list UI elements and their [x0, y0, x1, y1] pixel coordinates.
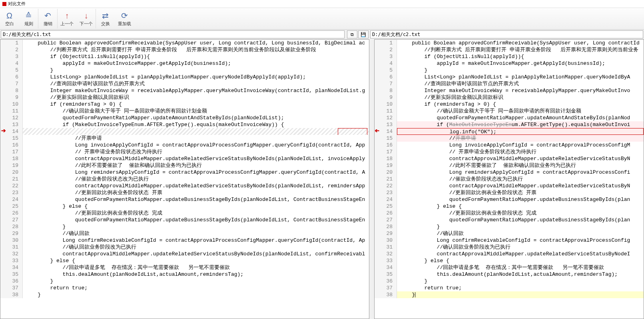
code-row[interactable]: 6 List<Long> planNodeIdList = planApplyR… — [0, 74, 369, 80]
code-row[interactable]: 11 //确认回款金额大于等于 同一条回款申请的所有回款计划金额 — [0, 108, 369, 114]
line-number: 18 — [375, 155, 397, 162]
code-row[interactable]: 4 applyId = makeOutInvoiceMapper.getAppl… — [0, 60, 369, 67]
code-row[interactable]: 35 this.dealAmount(planNodeIdList,actual… — [375, 271, 644, 278]
code-row[interactable]: 26 //更新回款比例表业务阶段状态 完成 — [375, 210, 644, 217]
code-row[interactable]: 1 public Boolean approvedConfirmReceivab… — [375, 40, 644, 46]
code-row[interactable]: 36 } — [375, 278, 644, 285]
code-row[interactable]: 31 //确认回款业务阶段改为已执行 — [375, 244, 644, 251]
code-row[interactable]: 18 contractApprovalMiddleMapper.updateRe… — [375, 155, 644, 162]
code-row[interactable]: 38 } — [375, 291, 644, 298]
code-row[interactable]: 30 Long confirmReceivableConfigId = cont… — [0, 237, 369, 244]
right-path-input[interactable] — [370, 30, 643, 38]
code-row[interactable]: 15 //开票申请 — [0, 135, 369, 142]
code-row[interactable]: 19 //此时不需要催款了 催款和确认回款业务均为已执行 — [0, 162, 369, 169]
code-row[interactable]: 15 //开票申请 — [375, 135, 644, 142]
copy-left-button[interactable]: ⧉ — [347, 30, 357, 38]
code-row[interactable]: 23 //更新回款比例表业务阶段状态 开票 — [375, 189, 644, 196]
code-row[interactable]: 14 — [0, 128, 369, 135]
code-row[interactable]: 29 //确认回款 — [375, 230, 644, 237]
code-row[interactable]: 7 //查询回款申请时该回款节点的开票方式 — [0, 80, 369, 87]
code-row[interactable]: 8 Integer makeOutInvoiceWay = receivable… — [375, 87, 644, 94]
code-row[interactable]: 20 Long remindersApplyConfigId = contrac… — [375, 169, 644, 176]
code-row[interactable]: 10 if (remindersTag > 0) { — [0, 101, 369, 108]
toolbar: Ω空白≙规则↶撤销↑上一个↓下一个⇄交换⟳重加载 — [0, 8, 644, 30]
line-number: 32 — [0, 251, 23, 257]
code-row[interactable]: 4 applyId = makeOutInvoiceMapper.getAppl… — [375, 60, 644, 67]
code-row[interactable]: 32 contractApprovalMiddleMapper.updateRe… — [375, 251, 644, 257]
code-row[interactable]: 12 quotedFormPaymentRatioMapper.updateAm… — [0, 114, 369, 121]
code-row[interactable]: 32 contractApprovalMiddleMapper.updateRe… — [0, 251, 369, 257]
code-row[interactable]: 34 //回款申请是多笔 存在情况：其中一笔需要催款 另一笔不需要催款 — [0, 264, 369, 271]
save-left-button[interactable]: 💾 — [358, 30, 369, 38]
code-row[interactable]: 19 //此时不需要催款了 催款和确认回款业务均为已执行 — [375, 162, 644, 169]
code-row[interactable]: 9 //更新实际回款金额以及回款标识 — [375, 94, 644, 101]
code-row[interactable]: 24 quotedFormPaymentRatioMapper.updateBu… — [375, 196, 644, 203]
code-row[interactable]: 16 Long invoiceApplyConfigId = contractA… — [375, 142, 644, 148]
toolbar-撤销-button[interactable]: ↶撤销 — [38, 9, 58, 28]
code-row[interactable]: 33 } else { — [375, 257, 644, 264]
code-row[interactable]: 14 log.info("OK"); — [375, 128, 644, 135]
code-row[interactable]: 5 } — [0, 67, 369, 74]
left-path-input[interactable] — [1, 30, 345, 38]
toolbar-上一个-button[interactable]: ↑上一个 — [58, 9, 77, 28]
code-row[interactable]: 29 //确认回款 — [0, 230, 369, 237]
code-row[interactable]: 18 contractApprovalMiddleMapper.updateRe… — [0, 155, 369, 162]
toolbar-空白-button[interactable]: Ω空白 — [0, 9, 19, 28]
code-row[interactable]: 37 return true; — [0, 285, 369, 291]
code-row[interactable]: 17 // 开票申请业务阶段状态改为待执行 — [375, 148, 644, 155]
toolbar-icon: ↶ — [44, 10, 51, 21]
code-row[interactable]: 28 } — [375, 223, 644, 230]
code-row[interactable]: 36 } — [0, 278, 369, 285]
code-text: } else { — [23, 203, 369, 210]
code-row[interactable]: 12 quotedFormPaymentRatioMapper.updateAm… — [375, 114, 644, 121]
code-row[interactable]: 17 // 开票申请业务阶段状态改为待执行 — [0, 148, 369, 155]
code-row[interactable]: 11 //确认回款金额大于等于 同一条回款申请的所有回款计划金额 — [375, 108, 644, 114]
code-row[interactable]: 31 //确认回款业务阶段改为已执行 — [0, 244, 369, 251]
code-row[interactable]: 24 quotedFormPaymentRatioMapper.updateBu… — [0, 196, 369, 203]
toolbar-交换-button[interactable]: ⇄交换 — [96, 9, 115, 28]
code-row[interactable]: 21 //催款业务阶段状态改为已执行 — [375, 176, 644, 183]
right-pane[interactable]: ➔ 1 public Boolean approvedConfirmReceiv… — [374, 39, 644, 319]
left-pane[interactable]: ➔ 1 public Boolean approvedConfirmReceiv… — [0, 39, 369, 319]
code-row[interactable]: 33 } else { — [0, 257, 369, 264]
line-number: 25 — [0, 203, 23, 210]
code-row[interactable]: 13 if (MakeOutInvoiceTypeEnum.AFTER.getT… — [375, 121, 644, 128]
code-row[interactable]: 26 //更新回款比例表业务阶段状态 完成 — [0, 210, 369, 217]
code-row[interactable]: 28 } — [0, 223, 369, 230]
code-row[interactable]: 8 Integer makeOutInvoiceWay = receivable… — [0, 87, 369, 94]
code-row[interactable]: 10 if (remindersTag > 0) { — [375, 101, 644, 108]
line-number: 22 — [375, 183, 397, 189]
code-row[interactable]: 16 Long invoiceApplyConfigId = contractA… — [0, 142, 369, 148]
code-row[interactable]: 3 if (ObjectUtil.isNull(applyId)){ — [375, 53, 644, 60]
code-row[interactable]: 34 //回款申请是多笔 存在情况：其中一笔需要催款 另一笔不需要催款 — [375, 264, 644, 271]
code-row[interactable]: 21 //催款业务阶段状态改为已执行 — [0, 176, 369, 183]
code-row[interactable]: 25 } else { — [375, 203, 644, 210]
toolbar-规则-button[interactable]: ≙规则 — [19, 9, 38, 28]
code-row[interactable]: 37 return true; — [375, 285, 644, 291]
code-row[interactable]: 35 this.dealAmount(planNodeIdList,actual… — [0, 271, 369, 278]
code-row[interactable]: 22 contractApprovalMiddleMapper.updateRe… — [0, 183, 369, 189]
code-row[interactable]: 1 public Boolean approvedConfirmReceivab… — [0, 40, 369, 46]
line-number: 17 — [0, 148, 23, 155]
code-row[interactable]: 22 contractApprovalMiddleMapper.updateRe… — [375, 183, 644, 189]
toolbar-下一个-button[interactable]: ↓下一个 — [77, 9, 96, 28]
code-row[interactable]: 7 //查询回款申请时该回款节点的开票方式 — [375, 80, 644, 87]
code-text: Long invoiceApplyConfigId = contractAppr… — [23, 142, 369, 148]
code-row[interactable]: 3 if (ObjectUtil.isNull(applyId)){ — [0, 53, 369, 60]
code-row[interactable]: 30 Long confirmReceivableConfigId = cont… — [375, 237, 644, 244]
line-number: 3 — [375, 53, 397, 60]
code-row[interactable]: 27 quotedFormPaymentRatioMapper.updateBu… — [375, 217, 644, 223]
code-row[interactable]: 6 List<Long> planNodeIdList = planApplyR… — [375, 74, 644, 80]
code-row[interactable]: 25 } else { — [0, 203, 369, 210]
toolbar-重加载-button[interactable]: ⟳重加载 — [115, 9, 134, 28]
code-row[interactable]: 27 quotedFormPaymentRatioMapper.updateBu… — [0, 217, 369, 223]
code-row[interactable]: 13 if (MakeOutInvoiceTypeEnum.AFTER.getT… — [0, 121, 369, 128]
code-row[interactable]: 2 //判断开票方式 后开票则需要打开 申请开票业务阶段 后开票和无需开票则关闭… — [0, 46, 369, 53]
code-row[interactable]: 23 //更新回款比例表业务阶段状态 开票 — [0, 189, 369, 196]
code-row[interactable]: 20 Long remindersApplyConfigId = contrac… — [0, 169, 369, 176]
code-row[interactable]: 2 //判断开票方式 后开票则需要打开 申请开票业务阶段 后开票和无需开票则关闭… — [375, 46, 644, 53]
code-row[interactable]: 38 } — [0, 291, 369, 298]
code-row[interactable]: 5 } — [375, 67, 644, 74]
code-text: quotedFormPaymentRatioMapper.updateAmoun… — [397, 114, 644, 121]
code-row[interactable]: 9 //更新实际回款金额以及回款标识 — [0, 94, 369, 101]
